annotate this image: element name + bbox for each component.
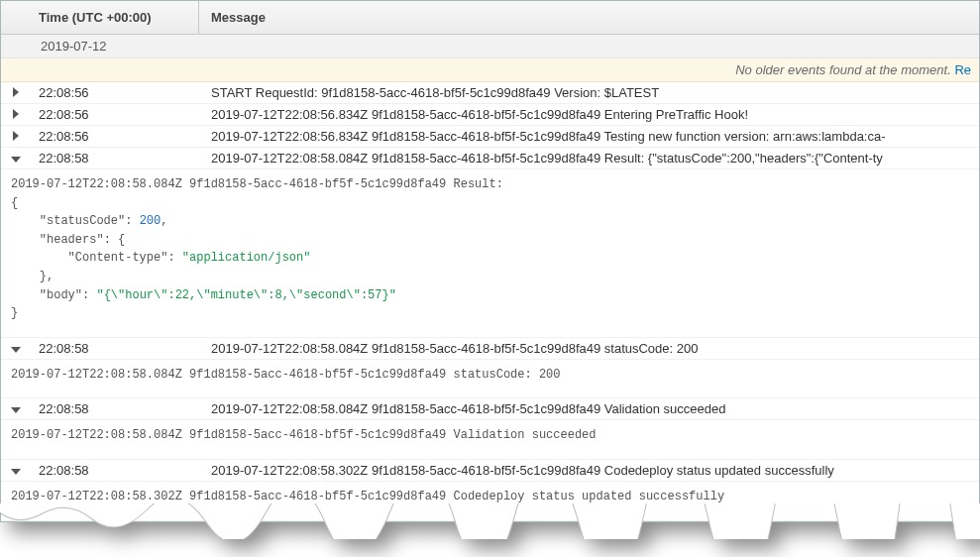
log-detail-plain: 2019-07-12T22:08:58.302Z 9f1d8158-5acc-4…	[1, 482, 979, 521]
table-header: Time (UTC +00:00) Message	[1, 1, 979, 35]
log-time: 22:08:56	[31, 129, 199, 144]
log-detail-plain: 2019-07-12T22:08:58.084Z 9f1d8158-5acc-4…	[1, 420, 979, 460]
chevron-down-icon[interactable]	[11, 347, 21, 353]
chevron-down-icon[interactable]	[11, 157, 21, 163]
header-time[interactable]: Time (UTC +00:00)	[31, 1, 199, 34]
expand-toggle[interactable]	[1, 401, 31, 416]
chevron-down-icon[interactable]	[11, 407, 21, 413]
header-message[interactable]: Message	[199, 1, 979, 34]
log-detail-json: 2019-07-12T22:08:58.084Z 9f1d8158-5acc-4…	[1, 169, 979, 338]
chevron-right-icon[interactable]	[13, 87, 19, 97]
expand-toggle[interactable]	[1, 85, 31, 100]
table-row[interactable]: 22:08:582019-07-12T22:08:58.084Z 9f1d815…	[1, 338, 979, 360]
chevron-right-icon[interactable]	[13, 109, 19, 119]
table-row[interactable]: 22:08:582019-07-12T22:08:58.084Z 9f1d815…	[1, 398, 979, 420]
log-message: 2019-07-12T22:08:58.084Z 9f1d8158-5acc-4…	[199, 401, 979, 416]
table-row[interactable]: 22:08:562019-07-12T22:08:56.834Z 9f1d815…	[1, 126, 979, 148]
date-group: 2019-07-12	[1, 35, 979, 58]
log-message: 2019-07-12T22:08:58.084Z 9f1d8158-5acc-4…	[199, 151, 979, 166]
table-row[interactable]: 22:08:582019-07-12T22:08:58.084Z 9f1d815…	[1, 148, 979, 169]
log-message: 2019-07-12T22:08:58.084Z 9f1d8158-5acc-4…	[199, 341, 979, 356]
expand-toggle[interactable]	[1, 151, 31, 166]
log-detail-plain: 2019-07-12T22:08:58.084Z 9f1d8158-5acc-4…	[1, 360, 979, 399]
expand-toggle[interactable]	[1, 107, 31, 122]
log-message: 2019-07-12T22:08:58.302Z 9f1d8158-5acc-4…	[199, 463, 979, 478]
chevron-right-icon[interactable]	[13, 131, 19, 141]
table-row[interactable]: 22:08:562019-07-12T22:08:56.834Z 9f1d815…	[1, 104, 979, 126]
expand-toggle[interactable]	[1, 129, 31, 144]
expand-toggle[interactable]	[1, 463, 31, 478]
log-time: 22:08:56	[31, 107, 199, 122]
notice-text: No older events found at the moment.	[735, 62, 954, 77]
table-row[interactable]: 22:08:582019-07-12T22:08:58.302Z 9f1d815…	[1, 460, 979, 482]
retry-link[interactable]: Re	[954, 62, 971, 77]
expand-toggle[interactable]	[1, 341, 31, 356]
log-time: 22:08:58	[31, 151, 199, 166]
log-message: 2019-07-12T22:08:56.834Z 9f1d8158-5acc-4…	[199, 129, 979, 144]
chevron-down-icon[interactable]	[11, 469, 21, 475]
no-older-events-notice: No older events found at the moment. Re	[1, 58, 979, 82]
log-message: 2019-07-12T22:08:56.834Z 9f1d8158-5acc-4…	[199, 107, 979, 122]
log-rows: 22:08:56START RequestId: 9f1d8158-5acc-4…	[1, 82, 979, 521]
log-time: 22:08:58	[31, 341, 199, 356]
log-message: START RequestId: 9f1d8158-5acc-4618-bf5f…	[199, 85, 979, 100]
table-row[interactable]: 22:08:56START RequestId: 9f1d8158-5acc-4…	[1, 82, 979, 104]
log-time: 22:08:58	[31, 463, 199, 478]
log-time: 22:08:58	[31, 401, 199, 416]
log-viewer: Time (UTC +00:00) Message 2019-07-12 No …	[0, 0, 980, 522]
log-time: 22:08:56	[31, 85, 199, 100]
